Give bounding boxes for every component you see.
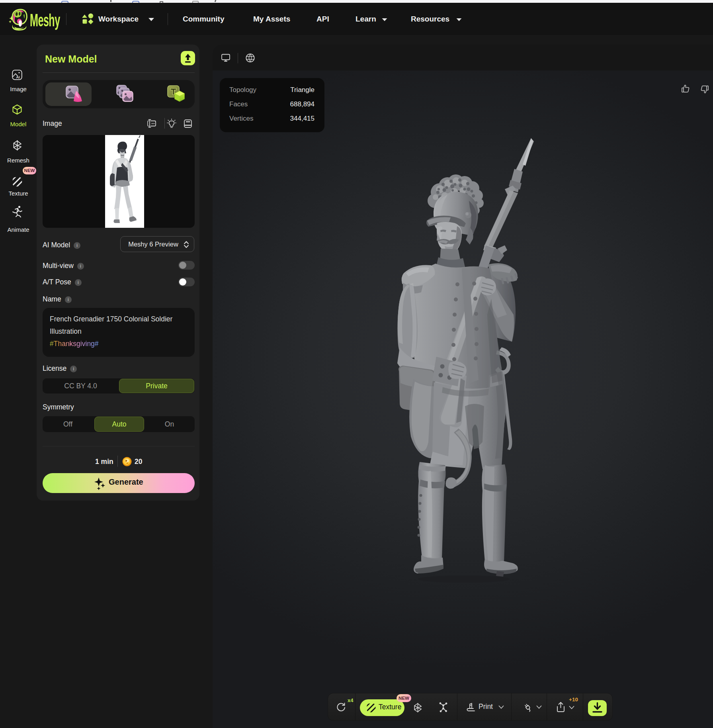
svg-text:AI: AI [16, 75, 20, 79]
